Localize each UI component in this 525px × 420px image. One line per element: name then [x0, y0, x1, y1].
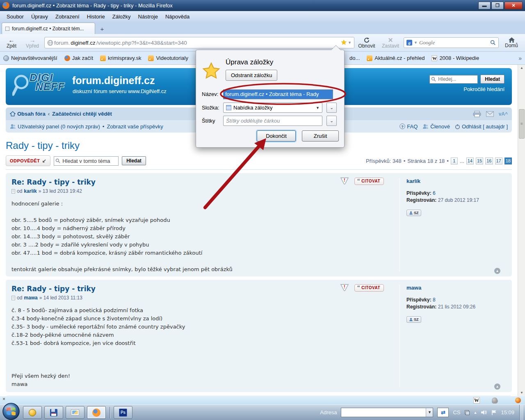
url-bar[interactable]: forum.digineff.cz/viewtopic.php?f=3&t=43… — [44, 37, 354, 48]
menu-nastroje[interactable]: Nástroje — [135, 12, 161, 21]
back-to-top-icon[interactable]: ▲ — [494, 383, 500, 390]
page-link-14[interactable]: 14 — [466, 158, 474, 164]
topic-search-input[interactable] — [54, 156, 119, 166]
wikipedia-shortcut-icon[interactable]: W — [473, 397, 480, 404]
email-icon[interactable] — [486, 111, 494, 117]
action-center-flag-icon[interactable] — [491, 410, 497, 415]
menu-soubor[interactable]: Soubor — [3, 12, 27, 21]
post-title-link[interactable]: Re: Rady - tipy - triky — [11, 178, 394, 186]
bookmark-star-icon[interactable]: ★ — [341, 39, 347, 46]
vertical-scrollbar[interactable]: ▲ ▼ — [518, 65, 525, 396]
profile-posts-count[interactable]: 8 — [433, 297, 436, 303]
start-button[interactable] — [2, 403, 21, 420]
taskbar-app-yellow[interactable] — [23, 406, 42, 419]
firefox-shortcut-icon[interactable] — [515, 397, 521, 403]
bookmark-jak-zacit[interactable]: Jak začít — [64, 55, 93, 61]
menu-zobrazeni[interactable]: Zobrazení — [52, 12, 83, 21]
topic-search-button[interactable]: Hledat — [122, 156, 146, 165]
scroll-up-icon[interactable]: ▲ — [518, 65, 525, 71]
digineff-logo[interactable]: DIGI NEFF — [30, 73, 65, 91]
engine-dropdown-icon[interactable]: ▼ — [414, 41, 418, 45]
stop-button[interactable]: ✕ Zastavit — [379, 37, 402, 49]
private-message-button[interactable]: SZ — [406, 316, 421, 323]
show-desktop-button[interactable] — [519, 405, 523, 420]
taskbar-app-photoshop[interactable]: Ps — [114, 406, 132, 419]
print-icon[interactable] — [473, 111, 481, 117]
bookmark-aktualne[interactable]: Aktuálně.cz - přehled — [367, 55, 425, 61]
font-size-icon[interactable]: vA^ — [499, 111, 508, 117]
bookmark-krimispravy[interactable]: krimispravy.sk — [100, 55, 141, 61]
bookmark-do[interactable]: do... — [349, 55, 360, 61]
address-go-button[interactable]: ⇄ — [437, 408, 449, 417]
menu-zalozky[interactable]: Záložky — [109, 12, 134, 21]
address-combobox[interactable]: ▼ — [341, 408, 433, 417]
folder-select[interactable]: Nabídka záložky ▼ — [223, 103, 322, 113]
folder-expander-button[interactable]: ⌄ — [326, 103, 337, 113]
bookmark-wikipedia-2008[interactable]: W 2008 - Wikipedie — [431, 55, 479, 61]
search-magnifier-icon[interactable] — [490, 40, 496, 46]
breadcrumb-section-link[interactable]: Začátečníci chtějí vědět — [52, 111, 112, 117]
taskbar-app-firefox[interactable] — [87, 406, 106, 419]
page-link-1[interactable]: 1 — [451, 158, 458, 164]
language-indicator[interactable]: CS — [453, 409, 460, 415]
urlbar-dropdown-icon[interactable]: ▼ — [348, 41, 352, 45]
page-link-18-current[interactable]: 18 — [504, 158, 512, 164]
page-link-16[interactable]: 16 — [485, 158, 493, 164]
forum-search-input[interactable] — [429, 75, 478, 84]
back-to-top-icon[interactable]: ▲ — [494, 268, 500, 274]
done-button[interactable]: Dokončit — [257, 130, 296, 142]
members-link[interactable]: Členové — [422, 123, 450, 130]
bookmarks-overflow-button[interactable]: » — [518, 55, 522, 62]
breadcrumb-root-link[interactable]: Obsah fóra — [17, 111, 46, 117]
reply-button[interactable]: ODPOVĚDĚT ↙ — [6, 155, 50, 166]
quote-button[interactable]: “ CITOVAT — [354, 284, 384, 292]
volume-icon[interactable] — [481, 410, 487, 415]
google-engine-icon[interactable]: g — [406, 40, 412, 46]
menu-historie[interactable]: Historie — [84, 12, 108, 21]
restore-button[interactable]: ❐ — [491, 2, 504, 9]
page-link-17[interactable]: 17 — [495, 158, 502, 164]
post-author-link[interactable]: karlík — [24, 188, 37, 194]
faq-link[interactable]: ? FAQ — [399, 123, 418, 130]
reload-button[interactable]: Obnovit — [356, 37, 377, 49]
menu-upravy[interactable]: Úpravy — [28, 12, 51, 21]
logout-link[interactable]: Odhlásit [ autsajdr ] — [455, 123, 508, 130]
search-bar[interactable]: g ▼ Google — [404, 37, 499, 48]
clock[interactable]: 15:09 — [501, 409, 514, 415]
tags-input[interactable] — [223, 116, 322, 126]
tab-forum-digineff[interactable]: forum.digineff.cz • Zobrazit tém... — [2, 23, 95, 34]
private-message-button[interactable]: SZ — [406, 210, 421, 216]
tags-expander-button[interactable]: ⌄ — [326, 116, 337, 126]
chevron-down-icon[interactable]: ▼ — [426, 408, 433, 417]
advanced-search-link[interactable]: Pokročilé hledání — [463, 86, 504, 92]
home-button[interactable]: Domů — [500, 37, 523, 48]
taskbar-app-mail[interactable] — [66, 406, 84, 419]
report-warning-icon[interactable]: ! — [340, 284, 349, 292]
bookmark-videotutorialy[interactable]: Videotutorialy — [148, 55, 188, 61]
close-button[interactable]: ✕ — [504, 2, 523, 9]
quote-button[interactable]: “ CITOVAT — [354, 178, 384, 185]
report-warning-icon[interactable]: ! — [340, 177, 349, 185]
new-tab-button[interactable]: + — [97, 25, 107, 34]
scroll-down-icon[interactable]: ▼ — [518, 390, 525, 396]
taskbar-app-save[interactable] — [44, 406, 63, 419]
show-hidden-icons-button[interactable]: ▲ — [474, 411, 477, 415]
post-title-link[interactable]: Re: Rady - tipy - triky — [11, 285, 394, 293]
scrollbar-thumb[interactable] — [519, 109, 525, 139]
forward-button[interactable]: → Vpřed — [22, 37, 43, 49]
bookmark-name-input[interactable]: forum.digineff.cz • Zobrazit téma - Rady — [223, 89, 333, 99]
back-button[interactable]: ← Zpět — [2, 37, 21, 49]
user-panel-link[interactable]: Uživatelský panel (0 nových zpráv) — [18, 123, 100, 130]
profile-posts-count[interactable]: 6 — [433, 190, 436, 196]
remove-bookmark-button[interactable]: Odstranit záložku — [226, 70, 277, 81]
language-bar-icon[interactable] — [465, 410, 470, 415]
page-link-15[interactable]: 15 — [476, 158, 483, 164]
bookmark-most-visited[interactable]: Nejnavštěvovanější — [3, 55, 57, 61]
show-your-posts-link[interactable]: Zobrazit vaše příspěvky — [107, 123, 163, 130]
gear-shortcut-icon[interactable] — [492, 397, 498, 403]
profile-name-link[interactable]: mawa — [406, 285, 506, 291]
post-author-link[interactable]: mawa — [24, 295, 37, 301]
site-title[interactable]: forum.digineff.cz — [72, 75, 155, 87]
cancel-button[interactable]: Zrušit — [302, 130, 339, 142]
menu-napoveda[interactable]: Nápověda — [162, 12, 193, 21]
